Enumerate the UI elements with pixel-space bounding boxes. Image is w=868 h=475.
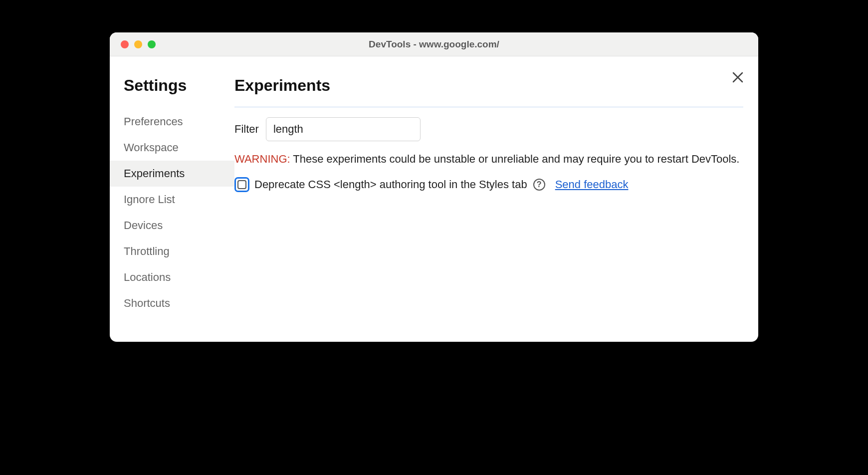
sidebar-item-ignore-list[interactable]: Ignore List [110,187,234,213]
window-minimize-button[interactable] [134,40,142,48]
sidebar-item-locations[interactable]: Locations [110,264,234,290]
divider [234,107,743,107]
window-titlebar: DevTools - www.google.com/ [110,32,758,56]
sidebar-item-preferences[interactable]: Preferences [110,109,234,135]
sidebar-item-experiments[interactable]: Experiments [110,161,234,187]
page-title: Experiments [234,76,743,95]
window-title: DevTools - www.google.com/ [110,39,758,50]
traffic-lights [110,40,156,48]
warning-prefix: WARNING: [234,153,290,165]
content-area: Settings Preferences Workspace Experimen… [110,56,758,342]
experiment-row: Deprecate CSS <length> authoring tool in… [234,177,743,192]
close-icon[interactable] [732,70,743,85]
sidebar-item-shortcuts[interactable]: Shortcuts [110,290,234,316]
help-icon[interactable]: ? [533,179,545,191]
sidebar-item-devices[interactable]: Devices [110,213,234,238]
window-maximize-button[interactable] [148,40,156,48]
warning-body: These experiments could be unstable or u… [290,153,740,165]
main-panel: Experiments Filter WARNING: These experi… [234,56,758,342]
feedback-link[interactable]: Send feedback [555,178,629,191]
sidebar: Settings Preferences Workspace Experimen… [110,56,234,342]
devtools-window: DevTools - www.google.com/ Settings Pref… [110,32,758,342]
filter-input[interactable] [266,117,421,141]
filter-label: Filter [234,123,259,136]
sidebar-item-throttling[interactable]: Throttling [110,238,234,264]
checkbox-inner [237,180,246,189]
warning-text: WARNING: These experiments could be unst… [234,151,743,167]
sidebar-title: Settings [110,76,234,95]
filter-row: Filter [234,117,743,141]
window-close-button[interactable] [121,40,129,48]
experiment-label: Deprecate CSS <length> authoring tool in… [254,178,527,191]
experiment-checkbox[interactable] [234,177,249,192]
sidebar-item-workspace[interactable]: Workspace [110,135,234,161]
